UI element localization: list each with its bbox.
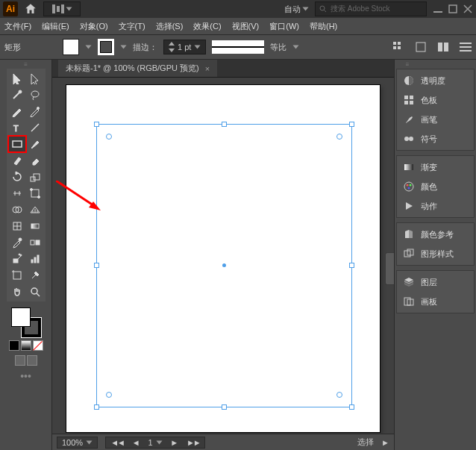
menu-window[interactable]: 窗口(W) — [269, 21, 299, 32]
corner-radius-widget[interactable] — [106, 392, 112, 398]
rectangle-tool[interactable] — [8, 136, 26, 152]
menu-type[interactable]: 文字(T) — [119, 21, 145, 32]
grip-icon[interactable] — [396, 63, 419, 67]
panel-artboards[interactable]: 画板 — [397, 292, 474, 311]
resize-handle[interactable] — [94, 263, 99, 268]
type-tool[interactable]: T — [8, 119, 26, 136]
center-point — [222, 263, 226, 267]
svg-point-42 — [19, 254, 20, 255]
color-mode-swatches[interactable] — [9, 340, 43, 351]
eraser-tool[interactable] — [26, 152, 44, 169]
stroke-profile[interactable] — [212, 40, 264, 54]
scale-tool[interactable] — [26, 169, 44, 185]
perspective-tool[interactable] — [26, 201, 44, 218]
document-tab[interactable]: 未标题-1* @ 100% (RGB/GPU 预览) × — [58, 60, 217, 77]
layout-selector[interactable] — [43, 1, 81, 16]
svg-point-20 — [31, 91, 39, 97]
menu-file[interactable]: 文件(F) — [4, 21, 31, 32]
corner-radius-widget[interactable] — [336, 134, 342, 140]
align-icon[interactable] — [392, 41, 404, 53]
menu-view[interactable]: 视图(V) — [232, 21, 260, 32]
uniform-label: 等比 — [270, 42, 286, 53]
tab-close-icon[interactable]: × — [205, 64, 210, 73]
panel-opacity[interactable]: 透明度 — [397, 71, 474, 90]
svg-rect-36 — [31, 224, 39, 228]
svg-rect-3 — [449, 5, 457, 13]
selected-rectangle[interactable] — [96, 124, 352, 407]
symbol-sprayer-tool[interactable] — [8, 251, 26, 267]
paintbrush-tool[interactable] — [26, 136, 44, 152]
resize-handle[interactable] — [94, 122, 99, 127]
app-logo: Ai — [3, 1, 18, 16]
resize-handle[interactable] — [349, 263, 354, 268]
zoom-tool[interactable] — [26, 284, 44, 300]
svg-point-61 — [410, 184, 412, 187]
maximize-icon[interactable] — [448, 4, 458, 13]
corner-radius-widget[interactable] — [106, 134, 112, 140]
blend-tool[interactable] — [26, 234, 44, 251]
menu-select[interactable]: 选择(S) — [156, 21, 184, 32]
panel-symbols[interactable]: 符号 — [397, 129, 474, 149]
svg-rect-16 — [460, 46, 472, 48]
minimize-icon[interactable] — [433, 4, 443, 13]
zoom-level[interactable]: 100% — [57, 437, 98, 449]
home-icon[interactable] — [24, 2, 37, 16]
screen-mode[interactable] — [15, 355, 37, 366]
svg-rect-9 — [398, 42, 401, 45]
lasso-tool[interactable] — [26, 87, 44, 103]
svg-point-49 — [31, 288, 37, 294]
mesh-tool[interactable] — [8, 218, 26, 234]
magic-wand-tool[interactable] — [8, 87, 26, 103]
artboard[interactable] — [66, 85, 380, 432]
panel-brushes[interactable]: 画笔 — [397, 110, 474, 129]
width-tool[interactable] — [8, 185, 26, 201]
panel-colorguide[interactable]: 颜色参考 — [397, 225, 474, 244]
panel-swatches[interactable]: 色板 — [397, 90, 474, 110]
stroke-swatch[interactable] — [98, 39, 114, 55]
panel-color[interactable]: 颜色 — [397, 177, 474, 196]
hand-tool[interactable] — [8, 284, 26, 300]
panel-layers[interactable]: 图层 — [397, 272, 474, 292]
panel-collapse-button[interactable] — [385, 252, 394, 285]
menu-effect[interactable]: 效果(C) — [193, 21, 221, 32]
fill-stroke-indicator[interactable] — [11, 307, 41, 337]
panel-gradient[interactable]: 渐变 — [397, 157, 474, 177]
curvature-tool[interactable] — [26, 103, 44, 119]
shape-builder-tool[interactable] — [8, 201, 26, 218]
menu-object[interactable]: 对象(O) — [80, 21, 108, 32]
menu-help[interactable]: 帮助(H) — [310, 21, 337, 32]
direct-selection-tool[interactable] — [26, 70, 44, 87]
slice-tool[interactable] — [26, 267, 44, 284]
panel-graphicstyles[interactable]: 图形样式 — [397, 244, 474, 263]
close-icon[interactable] — [463, 4, 473, 13]
rotate-tool[interactable] — [8, 169, 26, 185]
gradient-tool[interactable] — [26, 218, 44, 234]
stroke-weight-input[interactable]: 1 pt — [163, 40, 206, 54]
transform-icon[interactable] — [415, 41, 427, 53]
search-input[interactable]: 捜索 Adobe Stock — [315, 1, 427, 16]
artboard-nav[interactable]: ◄◄ ◄ 1 ► ►► — [105, 437, 205, 449]
panel-actions[interactable]: 动作 — [397, 196, 474, 216]
graph-tool[interactable] — [26, 251, 44, 267]
resize-handle[interactable] — [94, 404, 99, 410]
artboard-tool[interactable] — [8, 267, 26, 284]
eyedropper-tool[interactable] — [8, 234, 26, 251]
resize-handle[interactable] — [222, 404, 227, 410]
corner-radius-widget[interactable] — [336, 392, 342, 398]
menu-edit[interactable]: 编辑(E) — [42, 21, 69, 32]
grip-icon[interactable] — [15, 63, 37, 67]
setup-icon[interactable] — [437, 41, 449, 53]
svg-point-30 — [37, 196, 40, 199]
resize-handle[interactable] — [222, 122, 227, 127]
workspace-dropdown[interactable]: 自动 — [284, 4, 309, 15]
menu-icon[interactable] — [460, 41, 472, 53]
resize-handle[interactable] — [349, 122, 354, 127]
fill-swatch[interactable] — [63, 39, 79, 55]
free-transform-tool[interactable] — [26, 185, 44, 201]
edit-toolbar-icon[interactable]: ••• — [20, 370, 31, 382]
pen-tool[interactable] — [8, 103, 26, 119]
resize-handle[interactable] — [349, 404, 354, 410]
line-tool[interactable] — [26, 119, 44, 136]
shaper-tool[interactable] — [8, 152, 26, 169]
selection-tool[interactable] — [8, 70, 26, 87]
